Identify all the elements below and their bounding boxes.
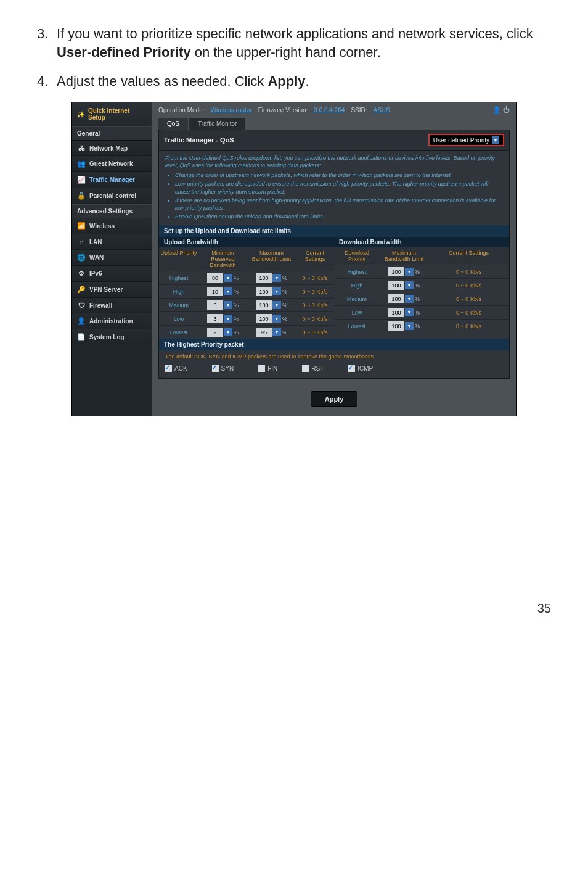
nav-icon: 🌐 [77,254,86,262]
dropdown-icon[interactable]: ▼ [224,328,232,336]
dropdown-icon[interactable]: ▼ [405,295,414,303]
dropdown-icon[interactable]: ▼ [224,315,232,323]
min-cell: ▼% [198,326,247,339]
value-input[interactable] [388,281,404,290]
apply-button[interactable]: Apply [311,391,358,407]
dropdown-icon[interactable]: ▼ [272,315,281,323]
sidebar-item-traffic-manager[interactable]: 📈Traffic Manager [72,172,152,188]
sidebar-item-administration[interactable]: 👤Administration [72,313,152,329]
checkbox-ack[interactable]: ACK [165,365,187,372]
checkbox-icon [302,365,309,372]
checkbox-syn[interactable]: SYN [212,365,234,372]
value-input[interactable] [207,328,223,337]
max-cell: ▼% [380,306,428,319]
value-input[interactable] [256,273,272,283]
checkbox-icon [348,365,355,372]
sidebar-item-wireless[interactable]: 📶Wireless [72,218,152,234]
sidebar-item-firewall[interactable]: 🛡Firewall [72,298,152,313]
current-cell: 0 ~ 0 Kb/s [296,312,334,325]
col-dmax: Maximum Bandwidth Limit [380,247,428,265]
current-cell: 0 ~ 0 Kb/s [296,299,334,311]
dropdown-icon[interactable]: ▼ [272,328,281,336]
sidebar-item-vpn-server[interactable]: 🔑VPN Server [72,282,152,298]
dropdown-icon[interactable]: ▼ [405,268,414,276]
value-input[interactable] [388,294,404,303]
tab-traffic-monitor[interactable]: Traffic Monitor [189,118,245,130]
percent-label: % [415,283,420,289]
fw-link[interactable]: 3.0.0.4.264 [314,107,345,113]
highest-priority-bar: The Highest Priority packet [159,339,509,350]
dropdown-icon[interactable]: ▼ [405,322,414,330]
priority-label: Highest [334,265,380,278]
wand-icon: ✨ [77,111,84,118]
dropdown-icon[interactable]: ▼ [224,301,232,309]
value-input[interactable] [207,300,223,310]
nav-icon: 🔑 [77,286,86,294]
quick-setup-label: Quick Internet Setup [88,107,147,121]
value-input[interactable] [256,300,272,310]
sidebar-item-ipv6[interactable]: ⚙IPv6 [72,266,152,282]
value-input[interactable] [256,287,272,296]
sidebar-item-parental-control[interactable]: 🔒Parental control [72,188,152,204]
table-row: Lowest▼%0 ~ 0 Kb/s [334,319,509,332]
udp-label: User-defined Priority [433,137,489,144]
sidebar-item-network-map[interactable]: 🖧Network Map [72,141,152,156]
table-row: Low▼%▼%0 ~ 0 Kb/s [159,311,334,325]
dropdown-icon[interactable]: ▼ [272,274,281,282]
max-cell: ▼% [380,292,428,305]
dropdown-icon[interactable]: ▼ [224,287,232,295]
nav-label: Parental control [89,192,136,199]
checkbox-icmp[interactable]: ICMP [348,365,373,372]
nav-label: Traffic Manager [89,176,135,183]
percent-label: % [234,316,239,322]
table-row: Low▼%0 ~ 0 Kb/s [334,305,509,319]
quick-internet-setup[interactable]: ✨ Quick Internet Setup [72,102,152,126]
value-input[interactable] [256,314,272,323]
value-input[interactable] [256,328,272,337]
upload-head: Upload Bandwidth [159,237,334,247]
min-cell: ▼% [198,299,247,311]
tab-qos[interactable]: QoS [158,118,188,130]
value-input[interactable] [388,321,404,331]
value-input[interactable] [207,314,223,323]
percent-label: % [234,289,239,295]
checkbox-icon [212,365,219,372]
dropdown-icon[interactable]: ▼ [405,281,414,289]
max-cell: ▼% [380,265,428,278]
checkbox-label: ICMP [357,365,373,372]
table-row: Highest▼%0 ~ 0 Kb/s [334,265,509,278]
col-download-priority: Download Priority [334,247,380,265]
fw-label: Firmware Version: [258,107,308,113]
tabs: QoS Traffic Monitor [152,114,516,130]
instruction-3: 3. If you want to prioritize specific ne… [37,25,551,61]
value-input[interactable] [207,273,223,283]
priority-label: Medium [334,292,380,305]
sidebar-item-guest-network[interactable]: 👥Guest Network [72,156,152,172]
ssid-link[interactable]: ASUS [374,107,390,113]
desc-bullet: Low-priority packets are disregarded to … [175,180,503,195]
value-input[interactable] [388,267,404,276]
sidebar-item-lan[interactable]: ⌂LAN [72,234,152,250]
topbar-icons[interactable]: 👤 ⏻ [492,106,510,114]
checkbox-label: FIN [267,365,277,372]
dropdown-icon[interactable]: ▼ [224,274,232,282]
min-cell: ▼% [198,271,247,284]
sidebar-item-wan[interactable]: 🌐WAN [72,250,152,266]
checkbox-icon [258,365,265,372]
checkbox-fin[interactable]: FIN [258,365,277,372]
dropdown-icon[interactable]: ▼ [272,301,281,309]
percent-label: % [415,269,420,275]
value-input[interactable] [388,308,404,317]
priority-label: Highest [159,271,198,284]
dropdown-icon[interactable]: ▼ [405,308,414,316]
nav-label: WAN [89,254,104,261]
checkbox-rst[interactable]: RST [302,365,324,372]
sidebar-item-system-log[interactable]: 📄System Log [72,329,152,345]
step3-pre: If you want to prioritize specific netwo… [57,26,533,41]
dropdown-icon[interactable]: ▼ [272,287,281,295]
percent-label: % [415,296,420,302]
nav-label: VPN Server [89,286,123,293]
value-input[interactable] [207,287,223,296]
user-defined-priority-button[interactable]: User-defined Priority ▼ [428,134,504,146]
op-mode-link[interactable]: Wireless router [211,107,252,113]
